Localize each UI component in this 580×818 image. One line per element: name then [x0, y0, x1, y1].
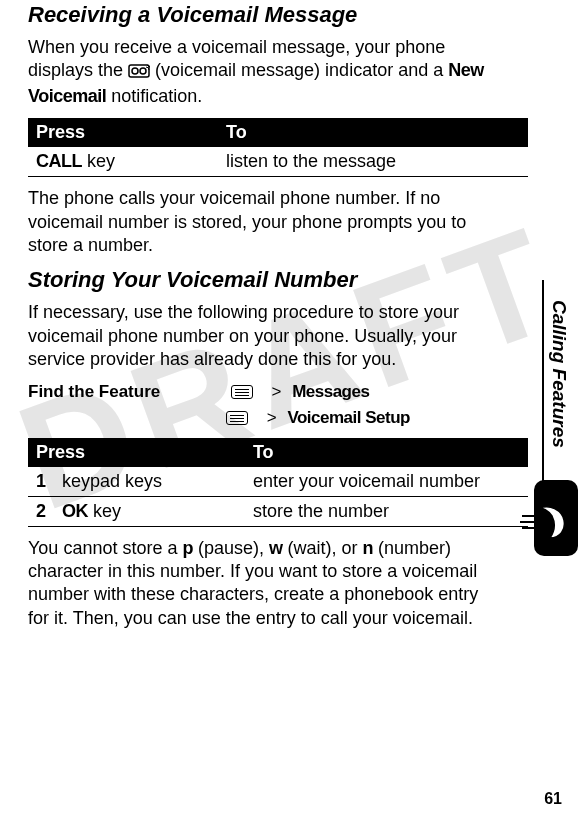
th-press: Press	[28, 438, 245, 467]
cell-ok-key: OK key	[54, 496, 245, 526]
menu-key-icon	[231, 385, 253, 399]
cell-keypad: keypad keys	[54, 467, 245, 497]
heading-receiving-voicemail: Receiving a Voicemail Message	[28, 2, 502, 28]
table-header-row: Press To	[28, 118, 528, 147]
menu-voicemail-setup: Voicemail Setup	[287, 408, 410, 427]
text-fragment: key	[82, 151, 115, 171]
text-fragment: (pause),	[193, 538, 269, 558]
table-header-row: Press To	[28, 438, 528, 467]
phone-handset-icon	[534, 480, 578, 556]
find-the-feature-row-2: > Voicemail Setup	[28, 408, 502, 428]
svg-point-5	[140, 68, 146, 74]
find-the-feature-row: Find the Feature > Messages	[28, 382, 502, 402]
para-cannot-store: You cannot store a p (pause), w (wait), …	[28, 537, 502, 631]
th-to: To	[245, 438, 528, 467]
para-receive-intro: When you receive a voicemail message, yo…	[28, 36, 502, 108]
breadcrumb-separator: >	[271, 382, 281, 401]
ok-key-bold: OK	[62, 501, 88, 521]
text-fragment: notification.	[106, 86, 202, 106]
text-fragment: You cannot store a	[28, 538, 182, 558]
para-store-intro: If necessary, use the following procedur…	[28, 301, 502, 371]
cell-call-key: CALL key	[28, 147, 218, 177]
heading-storing-voicemail: Storing Your Voicemail Number	[28, 267, 502, 293]
text-fragment: (wait), or	[283, 538, 363, 558]
svg-point-4	[132, 68, 138, 74]
find-the-feature-label: Find the Feature	[28, 382, 218, 402]
th-press: Press	[28, 118, 218, 147]
char-n: n	[363, 538, 374, 558]
text-fragment: key	[88, 501, 121, 521]
cell-store-number: store the number	[245, 496, 528, 526]
step-number: 2	[28, 496, 54, 526]
page-number: 61	[544, 790, 562, 808]
side-section-label: Calling Features	[548, 300, 570, 448]
table-row: 1 keypad keys enter your voicemail numbe…	[28, 467, 528, 497]
breadcrumb-separator: >	[267, 408, 277, 427]
cell-listen: listen to the message	[218, 147, 528, 177]
th-to: To	[218, 118, 528, 147]
cell-enter-number: enter your voicemail number	[245, 467, 528, 497]
table-store: Press To 1 keypad keys enter your voicem…	[28, 438, 528, 527]
text-fragment: (voicemail message) indicator and a	[150, 60, 448, 80]
char-w: w	[269, 538, 283, 558]
char-p: p	[182, 538, 193, 558]
step-number: 1	[28, 467, 54, 497]
table-row: 2 OK key store the number	[28, 496, 528, 526]
voicemail-tape-icon	[128, 61, 150, 84]
table-row: CALL key listen to the message	[28, 147, 528, 177]
menu-messages: Messages	[292, 382, 369, 401]
para-phone-calls: The phone calls your voicemail phone num…	[28, 187, 502, 257]
page-content: Receiving a Voicemail Message When you r…	[0, 2, 530, 630]
table-listen: Press To CALL key listen to the message	[28, 118, 528, 177]
menu-key-icon	[226, 411, 248, 425]
call-key-bold: CALL	[36, 151, 82, 171]
